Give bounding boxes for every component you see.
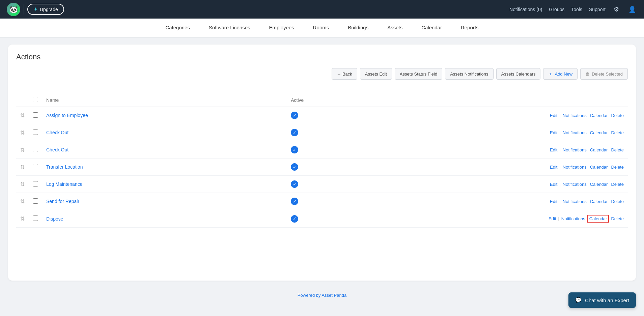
assets-notifications-button[interactable]: Assets Notifications <box>445 68 493 80</box>
delete-link[interactable]: Delete <box>611 130 624 135</box>
settings-button[interactable]: ⚙ <box>612 4 620 15</box>
row-checkbox[interactable] <box>33 216 38 221</box>
name-cell: Dispose <box>42 210 287 228</box>
calendar-link[interactable]: Calendar <box>589 130 609 136</box>
edit-link[interactable]: Edit <box>550 130 557 135</box>
row-checkbox[interactable] <box>33 130 38 135</box>
plus-icon: ＋ <box>548 71 553 77</box>
active-cell: ✓ <box>287 107 327 124</box>
table-header: Name Active <box>16 93 628 107</box>
add-new-button[interactable]: ＋ Add New <box>543 68 578 80</box>
table-body: ⇅ Assign to Employee ✓ Edit | Notificati… <box>16 107 628 228</box>
nav-buildings[interactable]: Buildings <box>338 19 378 37</box>
calendar-link[interactable]: Calendar <box>589 147 609 153</box>
item-name-link[interactable]: Assign to Employee <box>46 113 88 118</box>
active-check-icon: ✓ <box>291 146 298 153</box>
item-name-link[interactable]: Transfer Location <box>46 164 83 170</box>
item-name-link[interactable]: Log Maintenance <box>46 181 82 187</box>
upgrade-label: Upgrade <box>40 7 58 12</box>
drag-handle-icon[interactable]: ⇅ <box>20 130 25 136</box>
nav-assets[interactable]: Assets <box>378 19 412 37</box>
drag-handle-icon[interactable]: ⇅ <box>20 164 25 170</box>
chat-label: Chat with an Expert <box>585 297 629 303</box>
delete-link[interactable]: Delete <box>611 199 624 204</box>
row-checkbox[interactable] <box>33 147 38 152</box>
chat-icon: 💬 <box>575 297 582 303</box>
delete-link[interactable]: Delete <box>611 216 624 221</box>
nav-calendar[interactable]: Calendar <box>412 19 451 37</box>
secondary-nav: Categories Software Licenses Employees R… <box>0 19 644 38</box>
active-check-icon: ✓ <box>291 215 298 223</box>
edit-link[interactable]: Edit <box>550 182 557 187</box>
app-logo[interactable]: 🐼 <box>7 3 20 16</box>
row-checkbox[interactable] <box>33 112 38 118</box>
checkbox-cell <box>29 141 42 159</box>
groups-link[interactable]: Groups <box>549 7 564 12</box>
drag-handle-icon[interactable]: ⇅ <box>20 199 25 204</box>
nav-rooms[interactable]: Rooms <box>304 19 339 37</box>
drag-col-header <box>16 93 29 107</box>
edit-link[interactable]: Edit <box>549 216 556 221</box>
calendar-link[interactable]: Calendar <box>589 198 609 205</box>
top-nav: 🐼 ✦ Upgrade Notifications (0) Groups Too… <box>0 0 644 19</box>
action-links: Edit | Notifications Calendar Delete <box>331 181 624 188</box>
row-checkbox[interactable] <box>33 181 38 186</box>
drag-handle-icon[interactable]: ⇅ <box>20 216 25 222</box>
active-cell: ✓ <box>287 176 327 193</box>
active-cell: ✓ <box>287 193 327 210</box>
upgrade-button[interactable]: ✦ Upgrade <box>27 4 64 15</box>
delete-link[interactable]: Delete <box>611 165 624 170</box>
notifications-link[interactable]: Notifications <box>563 199 587 204</box>
edit-link[interactable]: Edit <box>550 199 557 204</box>
chat-expert-button[interactable]: 💬 Chat with an Expert <box>568 292 636 308</box>
drag-handle-icon[interactable]: ⇅ <box>20 147 25 153</box>
checkbox-cell <box>29 210 42 228</box>
notifications-link[interactable]: Notifications <box>563 165 587 170</box>
notifications-link[interactable]: Notifications (0) <box>509 7 542 12</box>
calendar-link[interactable]: Calendar <box>589 112 609 119</box>
delete-link[interactable]: Delete <box>611 147 624 152</box>
drag-handle-icon[interactable]: ⇅ <box>20 113 25 118</box>
drag-handle-icon[interactable]: ⇅ <box>20 181 25 187</box>
upgrade-icon: ✦ <box>33 6 38 12</box>
edit-link[interactable]: Edit <box>550 165 557 170</box>
table-row: ⇅ Send for Repair ✓ Edit | Notifications… <box>16 193 628 210</box>
notifications-link[interactable]: Notifications <box>563 113 587 118</box>
back-button[interactable]: ← Back <box>332 68 357 80</box>
nav-employees[interactable]: Employees <box>260 19 304 37</box>
active-check-icon: ✓ <box>291 129 298 136</box>
notifications-link[interactable]: Notifications <box>561 216 585 221</box>
calendar-link[interactable]: Calendar <box>587 215 609 223</box>
item-name-link[interactable]: Check Out <box>46 130 68 135</box>
item-name-link[interactable]: Check Out <box>46 147 68 152</box>
nav-software-licenses[interactable]: Software Licenses <box>199 19 260 37</box>
edit-link[interactable]: Edit <box>550 113 557 118</box>
delete-link[interactable]: Delete <box>611 113 624 118</box>
delete-selected-button[interactable]: 🗑 Delete Selected <box>580 68 628 80</box>
calendar-link[interactable]: Calendar <box>589 181 609 188</box>
tools-link[interactable]: Tools <box>571 7 582 12</box>
nav-categories[interactable]: Categories <box>156 19 199 37</box>
user-button[interactable]: 👤 <box>627 4 637 15</box>
delete-link[interactable]: Delete <box>611 182 624 187</box>
edit-link[interactable]: Edit <box>550 147 557 152</box>
nav-reports[interactable]: Reports <box>451 19 488 37</box>
assets-edit-button[interactable]: Assets Edit <box>360 68 392 80</box>
separator-1: | <box>559 147 560 152</box>
assets-status-field-button[interactable]: Assets Status Field <box>395 68 442 80</box>
actions-table: Name Active ⇅ Assign to Employee ✓ <box>16 93 628 228</box>
select-all-checkbox[interactable] <box>33 97 38 102</box>
support-link[interactable]: Support <box>589 7 606 12</box>
checkbox-cell <box>29 176 42 193</box>
actions-cell: Edit | Notifications Calendar Delete <box>327 159 628 176</box>
notifications-link[interactable]: Notifications <box>563 130 587 135</box>
item-name-link[interactable]: Send for Repair <box>46 199 79 204</box>
main-content: Actions ← Back Assets Edit Assets Status… <box>0 38 644 287</box>
item-name-link[interactable]: Dispose <box>46 216 63 222</box>
calendar-link[interactable]: Calendar <box>589 164 609 170</box>
notifications-link[interactable]: Notifications <box>563 147 587 152</box>
assets-calendars-button[interactable]: Assets Calendars <box>496 68 541 80</box>
notifications-link[interactable]: Notifications <box>563 182 587 187</box>
row-checkbox[interactable] <box>33 164 38 169</box>
row-checkbox[interactable] <box>33 198 38 204</box>
